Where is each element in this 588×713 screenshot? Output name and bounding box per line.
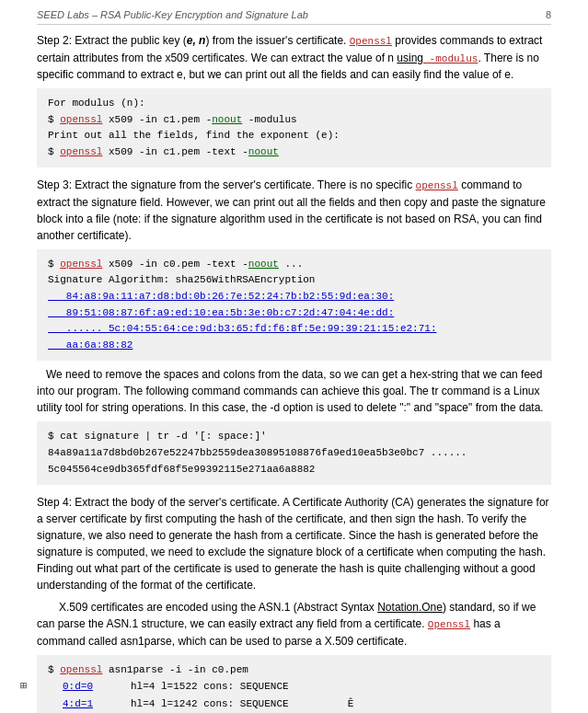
for-modulus-label: For modulus (n): <box>48 96 540 112</box>
cmd1-noout[interactable]: noout <box>212 114 242 125</box>
asn-row-0-rest: hl=4 l=1522 cons: SEQUENCE <box>131 678 289 696</box>
cmd2-openssl[interactable]: openssl <box>60 146 102 157</box>
step4-text2a: X.509 certificates are encoded using the… <box>59 601 377 614</box>
step3-para2: We need to remove the spaces and colons … <box>37 366 551 416</box>
asn-link-0[interactable]: 0:d=0 <box>63 678 127 696</box>
openssl3-link[interactable]: Openssl <box>428 619 470 630</box>
cmd5-openssl[interactable]: openssl <box>60 664 102 675</box>
hash-line-3: ...... 5c:04:55:64:ce:9d:b3:65:fd:f6:8f:… <box>48 321 540 338</box>
cmd4-line: $ cat signature | tr -d '[: space:]' <box>48 429 540 445</box>
cmd5-line: $ openssl asn1parse -i -in c0.pem <box>48 662 540 679</box>
step2-en: e, n <box>187 34 206 47</box>
step4-code-block: ⊞ $ openssl asn1parse -i -in c0.pem 0:d=… <box>37 655 551 713</box>
cmd1-line: $ openssl x509 -in c1.pem -noout -modulu… <box>48 112 540 129</box>
cmd3-noout[interactable]: noout <box>248 259 279 270</box>
openssl1-link[interactable]: Openssl <box>350 36 392 47</box>
header-title: SEED Labs – RSA Public-Key Encryption an… <box>37 9 308 20</box>
step2-para: Step 2: Extract the public key (e, n) fr… <box>37 32 551 83</box>
cmd3-line: $ openssl x509 -in c0.pem -text -noout .… <box>48 257 540 273</box>
hash-line-2: 89:51:08:87:6f:a9:ed:10:ea:5b:3e:0b:c7:2… <box>48 305 540 322</box>
header-page: 8 <box>546 9 551 20</box>
step2-code-block: For modulus (n): $ openssl x509 -in c1.p… <box>37 88 551 167</box>
step2-text-heading: Step 2: Extract the public key ( <box>37 34 187 47</box>
step4-text1: Step 4: Extract the body of the server's… <box>37 496 549 592</box>
asn-row-4-special: Ê <box>348 696 354 713</box>
hash-line-1: 84:a8:9a:11:a7:d8:bd:0b:26:7e:52:24:7b:b… <box>48 289 540 305</box>
expand-icon[interactable]: ⊞ <box>20 678 27 696</box>
sig-algo-line: Signature Algorithm: sha256WithRSAEncryp… <box>48 272 540 289</box>
using-text: using <box>397 52 423 64</box>
step3-para: Step 3: Extract the signature from the s… <box>37 177 551 244</box>
hash-line-4: aa:6a:88:82 <box>48 338 540 354</box>
asn-table: 0:d=0 hl=4 l=1522 cons: SEQUENCE 4:d=1 h… <box>63 678 540 713</box>
notation-one: Notation.One <box>377 601 443 614</box>
output1-line: 84a89a11a7d8bd0b267e52247bb2559dea308951… <box>48 445 540 462</box>
step3-text1: Step 3: Extract the signature from the s… <box>37 178 416 191</box>
cmd3-openssl[interactable]: openssl <box>60 259 102 270</box>
step4-para2: X.509 certificates are encoded using the… <box>37 599 551 650</box>
modulus-text: -modulus <box>423 53 478 64</box>
cmd2-noout[interactable]: noout <box>248 146 279 157</box>
page: SEED Labs – RSA Public-Key Encryption an… <box>0 0 588 713</box>
cmd1-openssl[interactable]: openssl <box>60 114 102 125</box>
asn-row-4: 4:d=1 hl=4 l=1242 cons: SEQUENCE Ê <box>63 696 540 713</box>
step3-para2-text: We need to remove the spaces and colons … <box>37 368 544 414</box>
cmd2-line: $ openssl x509 -in c1.pem -text -noout <box>48 144 540 161</box>
output2-line: 5c045564ce9db365fdf68f5e99392115e271aa6a… <box>48 462 540 478</box>
asn-link-4[interactable]: 4:d=1 <box>63 696 127 713</box>
asn-row-0: 0:d=0 hl=4 l=1522 cons: SEQUENCE <box>63 678 540 696</box>
step3-code-block: $ openssl x509 -in c0.pem -text -noout .… <box>37 249 551 362</box>
openssl2-link[interactable]: openssl <box>416 180 458 191</box>
step4-para1: Step 4: Extract the body of the server's… <box>37 494 551 593</box>
print-fields-label: Print out all the fields, find the expon… <box>48 128 540 144</box>
page-header: SEED Labs – RSA Public-Key Encryption an… <box>37 9 551 25</box>
asn-row-4-rest: hl=4 l=1242 cons: SEQUENCE <box>131 696 289 713</box>
step2-text-heading2: ) from the issuer's certificate. <box>205 34 349 47</box>
step3-cmd4-block: $ cat signature | tr -d '[: space:]' 84a… <box>37 421 551 485</box>
